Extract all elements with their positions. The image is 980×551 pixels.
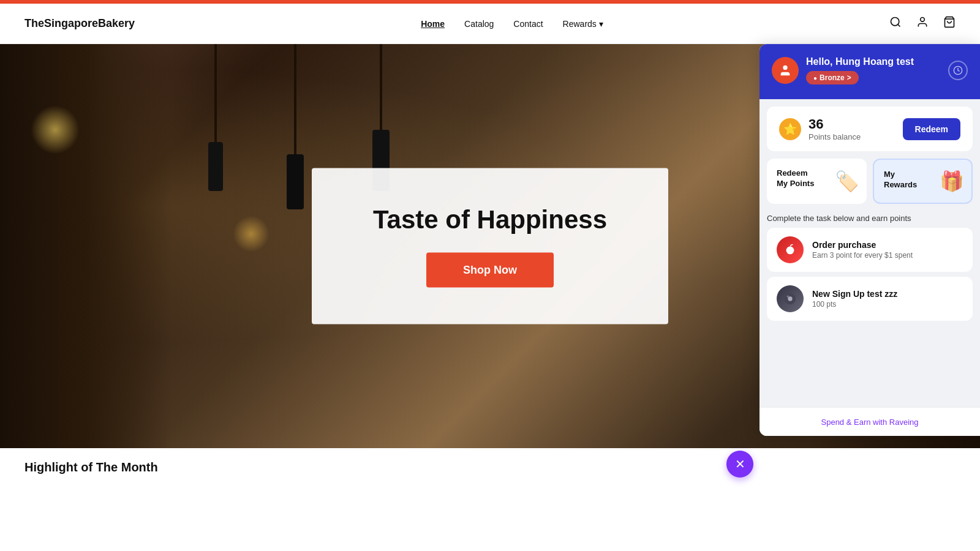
- close-panel-button[interactable]: ✕: [726, 451, 753, 478]
- svg-point-0: [891, 18, 899, 26]
- points-balance: 36: [809, 116, 861, 132]
- site-logo[interactable]: TheSingaporeBakery: [24, 17, 135, 30]
- panel-body: ⭐ 36 Points balance Redeem RedeemMy Poin…: [760, 99, 980, 407]
- earn-section: Complete the task below and earn points …: [760, 211, 980, 331]
- points-label: Points balance: [809, 132, 861, 141]
- account-button[interactable]: [916, 16, 929, 31]
- task-info: Order purchase Earn 3 point for every $1…: [812, 240, 913, 260]
- hero-card: Taste of Happiness Shop Now: [312, 168, 668, 324]
- nav-catalog[interactable]: Catalog: [464, 19, 494, 29]
- nav-rewards[interactable]: Rewards ▾: [563, 19, 603, 29]
- cart-button[interactable]: [943, 16, 956, 31]
- nav-contact[interactable]: Contact: [513, 19, 543, 29]
- points-info: 36 Points balance: [809, 116, 861, 141]
- nav-home[interactable]: Home: [421, 19, 445, 29]
- highlight-title: Highlight of The Month: [24, 460, 158, 474]
- header-icons: [889, 16, 956, 31]
- task-apple-icon: [777, 236, 804, 263]
- header: TheSingaporeBakery Home Catalog Contact …: [0, 4, 980, 44]
- task-info-2: New Sign Up test zzz 100 pts: [812, 289, 897, 309]
- points-card: ⭐ 36 Points balance Redeem: [767, 107, 973, 151]
- earn-title: Complete the task below and earn points: [767, 214, 973, 223]
- svg-point-3: [783, 66, 787, 70]
- panel-footer: Spend & Earn with Raveing: [760, 407, 980, 436]
- tier-badge[interactable]: ● Bronze >: [806, 71, 859, 84]
- user-info: Hello, Hung Hoang test ● Bronze >: [806, 56, 941, 84]
- action-tabs: RedeemMy Points 🏷️ MyRewards 🎁: [767, 159, 973, 204]
- task-sub-order: Earn 3 point for every $1 spent: [812, 251, 913, 260]
- svg-point-8: [787, 295, 790, 298]
- redeem-points-tab[interactable]: RedeemMy Points 🏷️: [767, 159, 867, 204]
- footer-link[interactable]: Spend & Earn with Raveing: [821, 418, 919, 427]
- task-signup[interactable]: New Sign Up test zzz 100 pts: [767, 277, 973, 321]
- svg-point-1: [921, 18, 925, 22]
- svg-point-5: [786, 246, 794, 254]
- user-row: Hello, Hung Hoang test ● Bronze >: [772, 56, 968, 84]
- points-icon: ⭐: [779, 118, 801, 140]
- bottom-section: Highlight of The Month: [0, 448, 980, 551]
- rewards-panel: Hello, Hung Hoang test ● Bronze > ⭐ 36 P…: [760, 44, 980, 436]
- task-title-order: Order purchase: [812, 240, 913, 250]
- redeem-icon: 🏷️: [835, 170, 859, 193]
- shop-now-button[interactable]: Shop Now: [426, 253, 554, 288]
- task-photo-icon: [777, 285, 804, 312]
- hero-title: Taste of Happiness: [373, 205, 607, 234]
- main-nav: Home Catalog Contact Rewards ▾: [421, 19, 603, 29]
- points-left: ⭐ 36 Points balance: [779, 116, 861, 141]
- redeem-button[interactable]: Redeem: [903, 118, 960, 140]
- task-title-signup: New Sign Up test zzz: [812, 289, 897, 299]
- my-rewards-tab[interactable]: MyRewards 🎁: [873, 159, 973, 204]
- rewards-gift-icon: 🎁: [940, 170, 964, 193]
- user-greeting: Hello, Hung Hoang test: [806, 56, 941, 67]
- chevron-down-icon: ▾: [599, 19, 603, 29]
- search-button[interactable]: [889, 16, 902, 31]
- panel-header: Hello, Hung Hoang test ● Bronze >: [760, 44, 980, 99]
- task-sub-signup: 100 pts: [812, 300, 897, 309]
- task-order-purchase[interactable]: Order purchase Earn 3 point for every $1…: [767, 228, 973, 272]
- history-button[interactable]: [948, 61, 968, 80]
- user-avatar: [772, 57, 799, 84]
